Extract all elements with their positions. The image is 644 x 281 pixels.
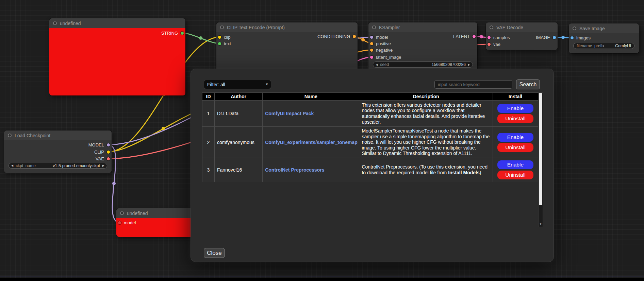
input-slot-model[interactable]: model (118, 219, 136, 226)
node-title: Load Checkpoint (15, 133, 50, 138)
node-title: CLIP Text Encode (Prompt) (227, 25, 285, 30)
table-header-row: ID Author Name Description Install (202, 93, 538, 101)
enable-button[interactable]: Enable (497, 133, 533, 142)
search-button[interactable]: Search (516, 80, 540, 89)
uninstall-button[interactable]: Uninstall (497, 143, 533, 152)
table-row: 2 comfyanonymous ComfyUI_experiments/sam… (202, 127, 538, 158)
node-collapse-dot[interactable] (372, 25, 376, 29)
latent-slot-icon[interactable] (473, 35, 476, 38)
node-collapse-dot[interactable] (8, 134, 12, 137)
filter-dropdown[interactable]: Filter: all ▼ (204, 80, 271, 89)
node-collapse-dot[interactable] (220, 25, 224, 29)
node-title: VAE Decode (496, 25, 523, 30)
table-row: 3 Fannovel16 ControlNet Preprocessors Co… (202, 158, 538, 182)
node-collapse-dot[interactable] (120, 211, 124, 215)
widget-value: v1-5-pruned-emaonly.ckpt (53, 163, 100, 168)
node-body-error: STRING (49, 28, 185, 95)
seed-widget[interactable]: ◀ seed 156680208700286 ▶ (373, 62, 473, 68)
link-midpoint-dot (561, 36, 565, 39)
next-arrow-icon[interactable]: ▶ (102, 164, 104, 167)
scrollbar[interactable]: ▼ (538, 92, 543, 227)
input-slot-vae[interactable]: vae (488, 41, 500, 47)
output-slot-model[interactable]: MODEL (88, 142, 110, 148)
output-slot-string[interactable]: STRING (161, 30, 184, 36)
input-slot-latent-image[interactable]: latent_image (370, 54, 401, 60)
scroll-down-icon[interactable]: ▼ (539, 222, 543, 227)
ckpt-name-widget[interactable]: ◀ ckpt_name v1-5-pruned-emaonly.ckpt ▶ (9, 163, 107, 169)
enable-button[interactable]: Enable (497, 160, 533, 169)
image-slot-icon[interactable] (571, 36, 574, 39)
node-title: KSampler (379, 25, 400, 30)
ext-link[interactable]: ControlNet Preprocessors (265, 167, 324, 173)
filter-select[interactable]: Filter: all (204, 80, 271, 89)
ext-link[interactable]: ComfyUI Impact Pack (265, 111, 314, 116)
graph-canvas[interactable]: undefined STRING CLIP Text Encode (Promp… (0, 0, 644, 281)
model-slot-icon[interactable] (118, 221, 121, 224)
enable-button[interactable]: Enable (497, 104, 533, 113)
ext-description: ControlNet Preprocessors. (To use this e… (359, 158, 493, 182)
extensions-table: ID Author Name Description Install 1 Dr.… (202, 92, 538, 182)
close-button[interactable]: Close (204, 248, 225, 258)
output-slot-vae[interactable]: VAE (96, 156, 110, 162)
header-author: Author (215, 93, 263, 101)
input-slot-images[interactable]: images (571, 35, 591, 41)
image-slot-icon[interactable] (553, 36, 556, 39)
link-midpoint-dot (199, 36, 202, 40)
ext-description: ModelSamplerTonemapNoiseTest a node that… (359, 127, 493, 158)
node-save-image[interactable]: Save Image images filename_prefix ComfyU… (569, 23, 639, 53)
conditioning-slot-icon[interactable] (353, 35, 356, 38)
ext-id: 2 (202, 127, 215, 158)
node-title: undefined (127, 211, 148, 216)
clip-slot-icon[interactable] (107, 151, 110, 154)
model-slot-icon[interactable] (370, 36, 373, 39)
search-input[interactable] (434, 80, 512, 89)
node-load-checkpoint[interactable]: Load Checkpoint MODEL CLIP VAE ◀ ckpt_na… (4, 130, 112, 173)
decrement-arrow-icon[interactable]: ◀ (376, 63, 378, 66)
conditioning-slot-icon[interactable] (370, 42, 373, 45)
model-slot-icon[interactable] (107, 143, 110, 146)
ext-author: comfyanonymous (215, 127, 263, 158)
output-slot-conditioning[interactable]: CONDITIONING (317, 33, 356, 39)
input-slot-model[interactable]: model (370, 34, 388, 40)
node-collapse-dot[interactable] (490, 25, 493, 29)
clip-slot-icon[interactable] (218, 36, 221, 39)
link-midpoint-dot (112, 182, 116, 185)
widget-label: filename_prefix (577, 43, 604, 48)
output-slot-image[interactable]: IMAGE (536, 34, 556, 40)
vae-slot-icon[interactable] (107, 157, 110, 160)
widget-value: 156680208700286 (432, 62, 466, 67)
previous-arrow-icon[interactable]: ◀ (11, 164, 13, 167)
vae-slot-icon[interactable] (488, 43, 491, 46)
uninstall-button[interactable]: Uninstall (497, 114, 533, 123)
header-name: Name (263, 93, 359, 101)
string-slot-icon[interactable] (218, 42, 221, 45)
input-slot-negative[interactable]: negative (370, 47, 393, 53)
ext-link[interactable]: ComfyUI_experiments/sampler_tonemap (265, 140, 358, 145)
input-slot-samples[interactable]: samples (488, 34, 510, 40)
uninstall-button[interactable]: Uninstall (497, 171, 533, 179)
header-description: Description (359, 93, 493, 101)
ext-description: This extension offers various detector n… (359, 101, 493, 127)
input-slot-clip[interactable]: clip (218, 34, 231, 40)
string-slot-icon[interactable] (181, 32, 184, 35)
input-slot-positive[interactable]: positive (370, 40, 391, 47)
widget-label: seed (380, 62, 389, 67)
canvas-bottom-edge (0, 278, 644, 281)
output-slot-latent[interactable]: LATENT (453, 33, 476, 39)
conditioning-slot-icon[interactable] (370, 49, 373, 52)
header-install: Install (493, 93, 538, 101)
link-midpoint-dot (480, 35, 483, 38)
filename-prefix-widget[interactable]: filename_prefix ComfyUI (573, 43, 634, 49)
input-slot-text[interactable]: text (218, 40, 231, 47)
node-vae-decode[interactable]: VAE Decode samples vae IMAGE (486, 22, 558, 50)
latent-slot-icon[interactable] (488, 36, 491, 39)
manager-dialog: Filter: all ▼ Search ID Author Name Desc… (191, 69, 554, 262)
output-slot-clip[interactable]: CLIP (94, 149, 110, 155)
node-undefined-top[interactable]: undefined STRING (49, 18, 185, 95)
node-collapse-dot[interactable] (573, 27, 576, 30)
node-collapse-dot[interactable] (53, 21, 57, 25)
scrollbar-thumb[interactable] (539, 93, 542, 205)
increment-arrow-icon[interactable]: ▶ (468, 63, 470, 66)
latent-slot-icon[interactable] (370, 56, 373, 59)
node-title: Save Image (579, 26, 605, 31)
